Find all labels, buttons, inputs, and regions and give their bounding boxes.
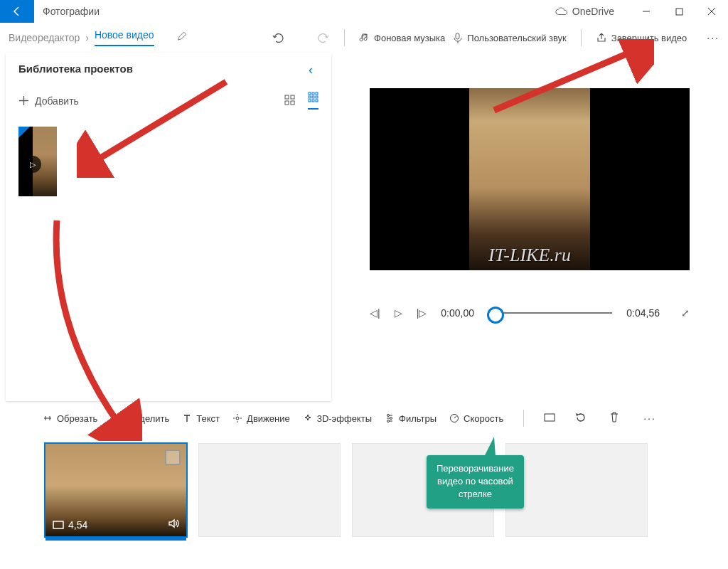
clip-duration: 4,54 — [53, 519, 87, 531]
svg-rect-12 — [309, 100, 311, 102]
back-button[interactable] — [0, 0, 34, 23]
arrow-left-icon — [11, 6, 23, 17]
breadcrumb-current[interactable]: Новое видео — [95, 29, 154, 46]
redo-icon[interactable] — [317, 31, 330, 44]
scrubber[interactable] — [488, 312, 612, 314]
grid-small-icon[interactable] — [308, 92, 318, 110]
time-total: 0:04,56 — [626, 307, 660, 319]
video-preview[interactable]: IT-LIKE.ru — [370, 88, 690, 270]
close-button[interactable] — [695, 0, 728, 23]
storyboard-empty-slot[interactable] — [506, 444, 647, 536]
filters-icon — [385, 413, 395, 423]
storyboard: 4,54 — [0, 432, 728, 536]
project-library-panel: Библиотека проектов ‹ Добавить ▷ — [6, 53, 331, 401]
watermark: IT-LIKE.ru — [488, 245, 571, 266]
svg-rect-0 — [676, 9, 682, 15]
next-frame-button[interactable]: |▷ — [417, 307, 427, 319]
plus-icon — [18, 95, 29, 106]
clip-volume-icon[interactable] — [168, 519, 179, 531]
svg-rect-20 — [545, 414, 555, 421]
svg-point-17 — [390, 418, 392, 420]
clip-edit-toolbar: Обрезать Разделить Текст Движение 3D-эфф… — [0, 404, 728, 432]
breadcrumb-root[interactable]: Видеоредактор — [9, 32, 80, 43]
breadcrumb: Видеоредактор › Новое видео — [9, 29, 188, 46]
trim-button[interactable]: Обрезать — [43, 413, 97, 424]
player-controls: ◁| ▷ |▷ 0:00,00 0:04,56 ⤢ — [370, 307, 690, 319]
play-overlay-icon: ▷ — [24, 156, 41, 173]
add-media-button[interactable]: Добавить — [18, 95, 79, 107]
speed-button[interactable]: Скорость — [449, 413, 503, 424]
storyboard-clip[interactable]: 4,54 — [46, 444, 186, 536]
svg-rect-3 — [291, 95, 294, 99]
clip-checkbox[interactable] — [165, 450, 181, 465]
rotate-button[interactable] — [575, 412, 587, 425]
storyboard-empty-slot[interactable] — [199, 444, 340, 536]
custom-audio-button[interactable]: Пользовательский звук — [452, 33, 566, 43]
library-clip-thumb[interactable]: ▷ — [18, 127, 57, 196]
svg-rect-6 — [309, 92, 311, 95]
svg-rect-8 — [316, 92, 318, 95]
title-bar: Фотографии OneDrive — [0, 0, 728, 23]
app-title: Фотографии — [43, 6, 100, 17]
svg-rect-1 — [456, 33, 459, 39]
svg-rect-10 — [312, 96, 314, 98]
preview-pane: IT-LIKE.ru ◁| ▷ |▷ 0:00,00 0:04,56 ⤢ — [331, 53, 728, 401]
annotation-tooltip: Переворачивание видео по часовой стрелке — [427, 455, 524, 509]
svg-rect-13 — [312, 100, 314, 102]
music-icon — [359, 33, 370, 43]
frame-icon — [53, 521, 64, 529]
maximize-button[interactable] — [663, 0, 695, 23]
fullscreen-button[interactable]: ⤢ — [681, 307, 690, 319]
edit-icon[interactable] — [177, 32, 188, 43]
svg-point-16 — [387, 415, 390, 417]
finish-video-button[interactable]: Завершить видео — [596, 32, 687, 43]
onedrive-status[interactable]: OneDrive — [555, 6, 614, 17]
play-button[interactable]: ▷ — [395, 307, 402, 319]
svg-rect-2 — [285, 95, 289, 99]
chevron-right-icon: › — [85, 32, 89, 43]
time-current: 0:00,00 — [441, 307, 474, 319]
filters-button[interactable]: Фильтры — [385, 413, 437, 424]
text-button[interactable]: Текст — [182, 413, 220, 424]
split-button[interactable]: Разделить — [110, 413, 169, 424]
undo-icon[interactable] — [272, 31, 284, 44]
svg-rect-11 — [316, 96, 318, 98]
svg-point-15 — [236, 417, 239, 420]
grid-large-icon[interactable] — [284, 95, 295, 107]
motion-icon — [232, 413, 242, 423]
cloud-icon — [555, 7, 568, 16]
svg-rect-21 — [53, 521, 63, 528]
resize-canvas-button[interactable] — [544, 413, 555, 425]
svg-rect-4 — [285, 101, 289, 105]
more-button[interactable]: ··· — [707, 32, 719, 43]
speed-icon — [449, 413, 459, 423]
svg-rect-5 — [291, 101, 294, 105]
prev-frame-button[interactable]: ◁| — [370, 307, 380, 319]
sparkle-icon — [303, 413, 313, 423]
collapse-icon[interactable]: ‹ — [309, 63, 313, 78]
minimize-button[interactable] — [630, 0, 663, 23]
svg-rect-9 — [309, 96, 311, 98]
svg-rect-7 — [312, 92, 314, 95]
export-icon — [596, 32, 607, 43]
background-music-button[interactable]: Фоновая музыка — [359, 33, 445, 43]
svg-rect-14 — [316, 100, 318, 102]
svg-point-18 — [387, 420, 390, 422]
library-title: Библиотека проектов — [18, 63, 318, 75]
main-toolbar: Видеоредактор › Новое видео Фоновая музы… — [0, 23, 728, 53]
window-controls — [630, 0, 728, 23]
split-icon — [110, 413, 120, 423]
3d-effects-button[interactable]: 3D-эффекты — [303, 413, 372, 424]
trim-icon — [43, 413, 53, 423]
motion-button[interactable]: Движение — [232, 413, 290, 424]
delete-button[interactable] — [609, 412, 619, 425]
clip-more-button[interactable]: ··· — [643, 413, 656, 424]
onedrive-label: OneDrive — [572, 6, 614, 17]
text-icon — [182, 413, 192, 423]
mic-icon — [452, 33, 463, 43]
